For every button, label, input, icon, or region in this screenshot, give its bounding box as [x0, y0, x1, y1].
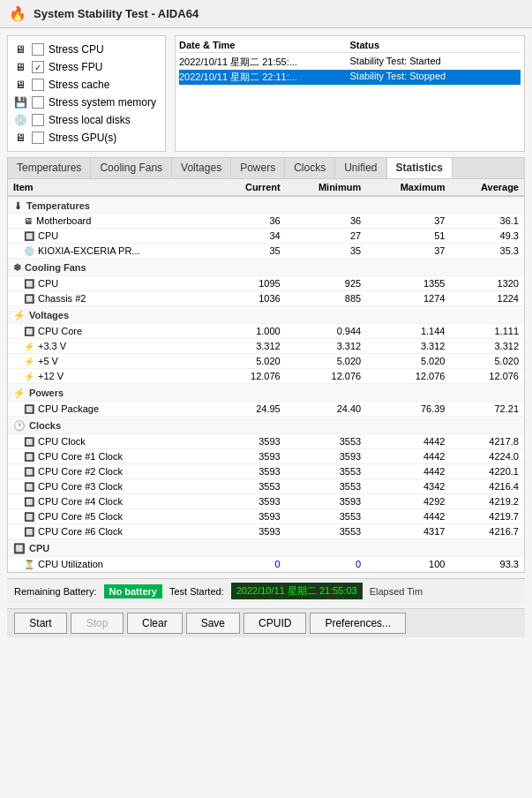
- table-row: ⚡+12 V12.07612.07612.07612.076: [8, 369, 524, 384]
- row-item-label: CPU Core #1 Clock: [38, 451, 123, 462]
- section-icon-powers: ⚡: [13, 388, 26, 398]
- save-button[interactable]: Save: [186, 613, 240, 634]
- table-row: ❄Cooling Fans: [8, 259, 524, 276]
- row-icon: 🔲: [24, 231, 34, 241]
- cpuid-button[interactable]: CPUID: [244, 613, 306, 634]
- cell-current: 3.312: [216, 339, 286, 354]
- cell-item: 🔲Chassis #2: [8, 291, 216, 306]
- cell-maximum: 4442: [366, 464, 450, 479]
- checkbox-stress-local-disks[interactable]: [32, 114, 44, 126]
- section-cooling-fans: ❄Cooling Fans: [8, 259, 524, 276]
- cell-average: 4220.1: [450, 464, 524, 479]
- cell-current: 35: [216, 244, 286, 259]
- row-icon: 🔲: [24, 527, 34, 537]
- row-item-label: CPU Core: [38, 326, 82, 336]
- table-row: 💿KIOXIA-EXCERIA PR...35353735.3: [8, 244, 524, 259]
- preferences-button[interactable]: Preferences...: [310, 613, 406, 634]
- cell-average: 12.076: [450, 369, 524, 384]
- cell-current: 3593: [216, 524, 286, 539]
- cell-maximum: 4442: [366, 509, 450, 524]
- cell-average: 36.1: [450, 214, 524, 229]
- cell-current: 1095: [216, 276, 286, 291]
- status-datetime-0: 2022/10/11 星期二 21:55:...: [179, 56, 350, 69]
- tab-powers[interactable]: Powers: [231, 158, 285, 178]
- cell-current: 1036: [216, 291, 286, 306]
- cell-item: 🔲CPU Core: [8, 324, 216, 339]
- checkbox-label-stress-local-disks: Stress local disks: [49, 114, 131, 126]
- row-item-label: CPU Core #3 Clock: [38, 481, 123, 492]
- checkbox-icon-stress-gpus: 🖥: [13, 131, 27, 145]
- row-icon: 🔲: [24, 404, 34, 414]
- status-rows: 2022/10/11 星期二 21:55:...Stability Test: …: [179, 55, 521, 85]
- cell-item: ⚡+12 V: [8, 369, 216, 384]
- cell-minimum: 5.020: [286, 354, 367, 369]
- clear-button[interactable]: Clear: [127, 613, 183, 634]
- row-item-label: CPU Package: [38, 403, 99, 414]
- table-row: 🔲CPU Core #6 Clock3593355343174216.7: [8, 524, 524, 539]
- cell-average: 35.3: [450, 244, 524, 259]
- checkbox-row-stress-cache: 🖥Stress cache: [13, 77, 160, 93]
- cell-minimum: 0.944: [286, 324, 367, 339]
- cell-maximum: 37: [366, 244, 450, 259]
- status-col-datetime: Date & Time: [179, 40, 350, 50]
- cell-minimum: 36: [286, 214, 367, 229]
- section-temperatures: 🌡Temperatures: [8, 196, 524, 214]
- checkbox-stress-system-memory[interactable]: [32, 96, 44, 109]
- section-icon-clocks: 🕐: [13, 420, 26, 431]
- cell-current: 3593: [216, 509, 286, 524]
- cell-item: ⚡+3.3 V: [8, 339, 216, 354]
- status-row-0[interactable]: 2022/10/11 星期二 21:55:...Stability Test: …: [179, 55, 521, 70]
- checkbox-icon-stress-cpu: 🖥: [13, 42, 27, 56]
- checkbox-stress-gpus[interactable]: [32, 132, 44, 144]
- start-button[interactable]: Start: [14, 613, 67, 634]
- cell-item: ⏳CPU Utilization: [8, 557, 216, 572]
- tab-voltages[interactable]: Voltages: [172, 158, 231, 178]
- tab-unified[interactable]: Unified: [335, 158, 386, 178]
- cell-maximum: 3.312: [366, 339, 450, 354]
- table-header-row: ItemCurrentMinimumMaximumAverage: [8, 179, 524, 196]
- row-item-label: CPU Utilization: [38, 559, 103, 569]
- table-row: 🔲CPU109592513551320: [8, 276, 524, 291]
- cell-minimum: 3553: [286, 464, 367, 479]
- checkbox-row-stress-cpu: 🖥Stress CPU: [13, 41, 160, 57]
- row-icon: 🔲: [24, 497, 34, 507]
- checkbox-stress-fpu[interactable]: [32, 61, 44, 73]
- cell-minimum: 925: [286, 276, 367, 291]
- row-icon: 🔲: [24, 294, 34, 304]
- tab-clocks[interactable]: Clocks: [285, 158, 335, 178]
- section-cpu: 🔲CPU: [8, 539, 524, 557]
- table-row: 🔲Chassis #2103688512741224: [8, 291, 524, 306]
- cell-average: 4217.8: [450, 434, 524, 449]
- row-icon: ⚡: [24, 372, 34, 381]
- cell-item: 🔲CPU Core #5 Clock: [8, 509, 216, 524]
- cell-minimum: 3553: [286, 509, 367, 524]
- cell-maximum: 1355: [366, 276, 450, 291]
- cell-current: 34: [216, 229, 286, 244]
- checkbox-stress-cpu[interactable]: [32, 43, 44, 56]
- tab-cooling-fans[interactable]: Cooling Fans: [91, 158, 172, 178]
- section-label-clocks: Clocks: [29, 420, 61, 431]
- table-row: ⚡Powers: [8, 384, 524, 402]
- cell-maximum: 12.076: [366, 369, 450, 384]
- checkbox-label-stress-cache: Stress cache: [49, 79, 109, 91]
- status-status-0: Stability Test: Started: [350, 56, 521, 69]
- checkbox-label-stress-cpu: Stress CPU: [49, 43, 104, 56]
- cell-maximum: 4292: [366, 494, 450, 509]
- checkbox-icon-stress-cache: 🖥: [13, 78, 27, 92]
- tab-temperatures[interactable]: Temperatures: [8, 158, 91, 178]
- status-row-1[interactable]: 2022/10/11 星期二 22:11:...Stability Test: …: [179, 70, 521, 85]
- checkbox-stress-cache[interactable]: [32, 79, 44, 91]
- row-item-label: Motherboard: [36, 215, 91, 226]
- cell-average: 4219.7: [450, 509, 524, 524]
- tab-statistics[interactable]: Statistics: [387, 158, 453, 178]
- row-icon: 🔲: [24, 482, 34, 492]
- section-icon-cooling-fans: ❄: [13, 262, 21, 273]
- section-label-voltages: Voltages: [29, 310, 69, 320]
- checkbox-icon-stress-fpu: 🖥: [13, 60, 27, 74]
- cell-item: 💿KIOXIA-EXCERIA PR...: [8, 244, 216, 259]
- table-row: ⚡+3.3 V3.3123.3123.3123.312: [8, 339, 524, 354]
- top-section: 🖥Stress CPU🖥Stress FPU🖥Stress cache💾Stre…: [7, 35, 525, 152]
- cell-maximum: 5.020: [366, 354, 450, 369]
- row-icon: 🔲: [24, 437, 34, 447]
- table-row: ⚡+5 V5.0205.0205.0205.020: [8, 354, 524, 369]
